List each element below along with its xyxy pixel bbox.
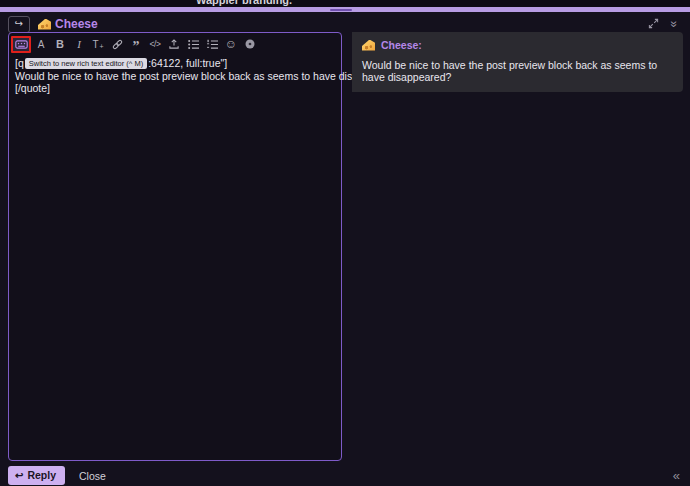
editor-toolbar: A B I T+ bbox=[9, 33, 341, 53]
composer-topic-title-link[interactable]: Cheese bbox=[55, 17, 98, 31]
upload-icon bbox=[168, 38, 180, 50]
reply-indicator-button[interactable]: ↪ bbox=[8, 16, 30, 33]
share-arrow-icon: ↪ bbox=[15, 17, 23, 31]
editor-line-3: [/quote] bbox=[15, 82, 335, 95]
text-size-button[interactable]: T+ bbox=[89, 36, 107, 52]
editor-tooltip: Switch to new rich text editor (^ M) bbox=[25, 58, 147, 69]
toggle-preview-button[interactable]: « bbox=[673, 468, 680, 483]
italic-button[interactable]: I bbox=[70, 36, 88, 52]
upload-button[interactable] bbox=[165, 36, 183, 52]
text-color-button[interactable]: A bbox=[32, 36, 50, 52]
background-page-strip: Wappler branding. bbox=[0, 0, 690, 7]
preview-panel: Cheese: Would be nice to have the post p… bbox=[352, 32, 683, 92]
expand-diagonal-icon bbox=[648, 19, 659, 31]
reply-arrow-icon: ↩ bbox=[15, 470, 23, 481]
insert-link-button[interactable] bbox=[108, 36, 126, 52]
composer-textarea[interactable]: [qSwitch to new rich text editor (^ M):6… bbox=[10, 54, 340, 459]
text-size-icon: T bbox=[92, 39, 98, 50]
numbered-list-button[interactable] bbox=[203, 36, 221, 52]
bold-button[interactable]: B bbox=[51, 36, 69, 52]
composer-panel: ↪ Cheese » bbox=[0, 12, 690, 486]
quote-icon: ” bbox=[133, 39, 140, 55]
cheese-emoji-icon bbox=[38, 19, 51, 30]
bulleted-list-button[interactable] bbox=[184, 36, 202, 52]
options-button[interactable] bbox=[241, 36, 259, 52]
quote-body-text: Would be nice to have the post preview b… bbox=[362, 59, 673, 83]
code-icon: </> bbox=[150, 39, 161, 49]
cheese-emoji-icon bbox=[362, 40, 375, 51]
editor-line-2: Would be nice to have the post preview b… bbox=[15, 70, 335, 83]
list-ol-icon bbox=[206, 39, 219, 50]
keyboard-icon bbox=[15, 39, 28, 50]
bold-icon: B bbox=[56, 38, 64, 50]
emoji-button[interactable]: ☺ bbox=[222, 36, 240, 52]
smiley-icon: ☺ bbox=[225, 37, 237, 51]
grippie-handle-icon bbox=[330, 9, 352, 11]
close-button[interactable]: Close bbox=[79, 470, 106, 482]
code-button[interactable]: </> bbox=[146, 36, 164, 52]
double-chevron-left-icon: « bbox=[673, 468, 680, 483]
quoted-post-block: Cheese: Would be nice to have the post p… bbox=[352, 32, 683, 92]
italic-icon: I bbox=[77, 38, 81, 50]
toggle-fullscreen-button[interactable] bbox=[642, 18, 665, 31]
quote-title-row: Cheese: bbox=[362, 39, 673, 51]
list-ul-icon bbox=[187, 39, 200, 50]
double-chevron-down-icon: » bbox=[668, 21, 682, 28]
screen: Wappler branding. ↪ Cheese » bbox=[0, 0, 690, 486]
letter-a-icon: A bbox=[38, 39, 45, 50]
circle-dot-icon bbox=[244, 38, 256, 50]
background-topic-title: Wappler branding. bbox=[196, 0, 292, 6]
reply-button-label: Reply bbox=[27, 469, 56, 481]
editor-panel: A B I T+ bbox=[8, 32, 342, 461]
composer-toggle-button[interactable] bbox=[11, 36, 31, 53]
quote-author: Cheese: bbox=[381, 39, 422, 51]
link-icon bbox=[111, 38, 124, 51]
blockquote-button[interactable]: ” bbox=[127, 36, 145, 52]
composer-footer: ↩ Reply Close bbox=[8, 465, 106, 486]
collapse-composer-button[interactable]: » bbox=[665, 17, 684, 31]
editor-line-1: [qSwitch to new rich text editor (^ M):6… bbox=[15, 57, 335, 70]
composer-header: ↪ Cheese » bbox=[8, 15, 684, 33]
reply-button[interactable]: ↩ Reply bbox=[8, 466, 65, 485]
